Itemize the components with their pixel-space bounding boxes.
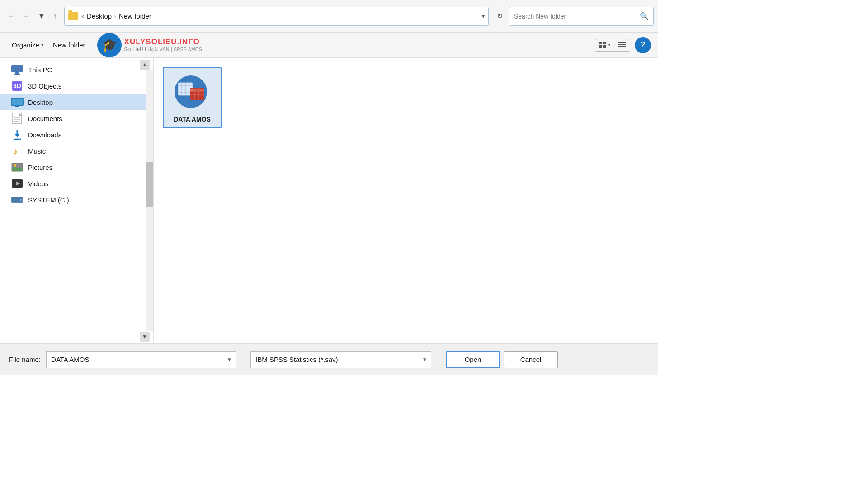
view-details-button[interactable] [614, 39, 630, 52]
spss-file-icon [172, 75, 212, 111]
toolbar: Organize ▾ New folder 🎓 XULYSOLIEU.INFO … [0, 33, 658, 58]
breadcrumb-current: New folder [119, 12, 151, 20]
sidebar-item-pictures[interactable]: Pictures [0, 159, 153, 175]
sidebar-label-videos: Videos [28, 180, 49, 188]
breadcrumb-arrow: › [114, 13, 116, 19]
new-folder-label: New folder [53, 41, 85, 49]
forward-button[interactable]: → [20, 10, 33, 22]
svg-rect-2 [599, 42, 602, 44]
sidebar-item-videos[interactable]: Videos [0, 175, 153, 192]
sidebar-item-3d-objects[interactable]: 3D 3D Objects [0, 78, 153, 94]
sidebar-scrollbar[interactable] [146, 70, 153, 331]
sidebar-item-this-pc[interactable]: This PC [0, 61, 153, 78]
sidebar: ▲ This PC 3D 3D Objects [0, 58, 154, 343]
filetype-dropdown-arrow-icon: ▾ [423, 356, 426, 363]
organize-label: Organize [12, 41, 39, 49]
sidebar-label-documents: Documents [28, 115, 62, 122]
bottom-buttons: Open Cancel [446, 351, 558, 368]
main-area: ▲ This PC 3D 3D Objects [0, 58, 658, 343]
breadcrumb-separator: « [81, 13, 84, 19]
svg-text:3D: 3D [13, 82, 21, 89]
svg-rect-9 [11, 65, 23, 72]
up-button[interactable]: ↑ [51, 10, 60, 22]
help-button[interactable]: ? [635, 37, 651, 53]
bottom-bar: File name: DATA AMOS ▾ IBM SPSS Statisti… [0, 343, 658, 375]
new-folder-button[interactable]: New folder [48, 38, 90, 52]
svg-rect-6 [618, 42, 626, 43]
logo-subtitle: SỐ LIỆU LUẬN VĂN | SPSS AMOS [124, 47, 203, 52]
view-dropdown-arrow: ▾ [608, 42, 610, 47]
document-icon [11, 114, 24, 123]
refresh-button[interactable]: ↻ [493, 9, 506, 23]
filename-label: File name: [9, 356, 41, 363]
logo-title: XULYSOLIEU.INFO [124, 38, 203, 47]
downloads-icon [11, 130, 24, 139]
open-button[interactable]: Open [446, 351, 500, 368]
logo-area: 🎓 XULYSOLIEU.INFO SỐ LIỆU LUẬN VĂN | SPS… [97, 33, 203, 57]
svg-rect-11 [14, 74, 20, 75]
logo-text-block: XULYSOLIEU.INFO SỐ LIỆU LUẬN VĂN | SPSS … [124, 38, 203, 52]
svg-rect-14 [11, 98, 23, 105]
grid-icon [599, 42, 607, 49]
svg-rect-15 [15, 105, 19, 107]
pictures-icon [11, 163, 24, 172]
monitor-icon [11, 65, 24, 74]
svg-rect-3 [603, 42, 606, 44]
cancel-button[interactable]: Cancel [504, 351, 558, 368]
svg-rect-44 [195, 89, 198, 91]
sidebar-scroll-up-button[interactable]: ▲ [140, 60, 150, 70]
sidebar-label-3d-objects: 3D Objects [28, 82, 61, 90]
sidebar-label-pictures: Pictures [28, 164, 52, 171]
svg-text:♪: ♪ [13, 146, 18, 156]
search-button[interactable]: 🔍 [640, 12, 649, 20]
svg-point-29 [20, 199, 22, 201]
sidebar-item-desktop[interactable]: Desktop [0, 94, 153, 110]
svg-text:🎓: 🎓 [101, 38, 117, 52]
svg-rect-10 [15, 72, 19, 74]
videos-icon [11, 179, 24, 188]
svg-rect-8 [618, 46, 626, 47]
sidebar-item-music[interactable]: ♪ Music [0, 143, 153, 159]
details-icon [618, 42, 626, 49]
search-bar: 🔍 [509, 7, 654, 26]
filename-dropdown-arrow-icon: ▾ [228, 356, 231, 363]
address-bar[interactable]: « Desktop › New folder ▾ [64, 7, 489, 26]
sidebar-label-system-c: SYSTEM (C:) [28, 196, 69, 204]
svg-rect-45 [199, 89, 204, 91]
view-grid-button[interactable]: ▾ [595, 39, 614, 52]
search-input[interactable] [514, 13, 637, 20]
sidebar-item-downloads[interactable]: Downloads [0, 127, 153, 143]
svg-rect-43 [190, 89, 194, 91]
file-item-data-amos[interactable]: DATA AMOS [163, 67, 222, 128]
sidebar-label-this-pc: This PC [28, 66, 52, 74]
address-dropdown-arrow[interactable]: ▾ [482, 13, 485, 19]
file-area: DATA AMOS [154, 58, 658, 343]
folder-icon [68, 12, 78, 20]
music-icon: ♪ [11, 146, 24, 155]
sidebar-scroll-down-button[interactable]: ▼ [140, 332, 150, 342]
svg-rect-4 [599, 45, 602, 48]
history-button[interactable]: ▼ [35, 10, 48, 22]
sidebar-label-music: Music [28, 147, 46, 155]
sidebar-item-documents[interactable]: Documents [0, 110, 153, 127]
svg-rect-7 [618, 44, 626, 45]
top-navigation-bar: ← → ▼ ↑ « Desktop › New folder ▾ ↻ 🔍 [0, 0, 658, 33]
svg-rect-5 [603, 45, 606, 48]
filetype-dropdown[interactable]: IBM SPSS Statistics (*.sav) ▾ [250, 351, 431, 368]
desktop-icon [11, 98, 24, 107]
sidebar-scrollbar-thumb [146, 162, 153, 207]
breadcrumb-parent: Desktop [87, 12, 112, 20]
back-button[interactable]: ← [5, 10, 17, 22]
3d-objects-icon: 3D [11, 81, 24, 90]
file-label-data-amos: DATA AMOS [174, 116, 211, 123]
help-label: ? [641, 40, 646, 50]
organize-button[interactable]: Organize ▾ [7, 38, 48, 52]
sidebar-item-system-c[interactable]: SYSTEM (C:) [0, 192, 153, 208]
drive-icon [11, 195, 24, 204]
filetype-value: IBM SPSS Statistics (*.sav) [255, 356, 338, 363]
file-icon-wrapper [170, 72, 215, 113]
filename-dropdown[interactable]: DATA AMOS ▾ [46, 351, 236, 368]
view-toggle-group: ▾ [595, 39, 630, 52]
sidebar-label-downloads: Downloads [28, 131, 61, 139]
filename-value: DATA AMOS [51, 356, 89, 363]
